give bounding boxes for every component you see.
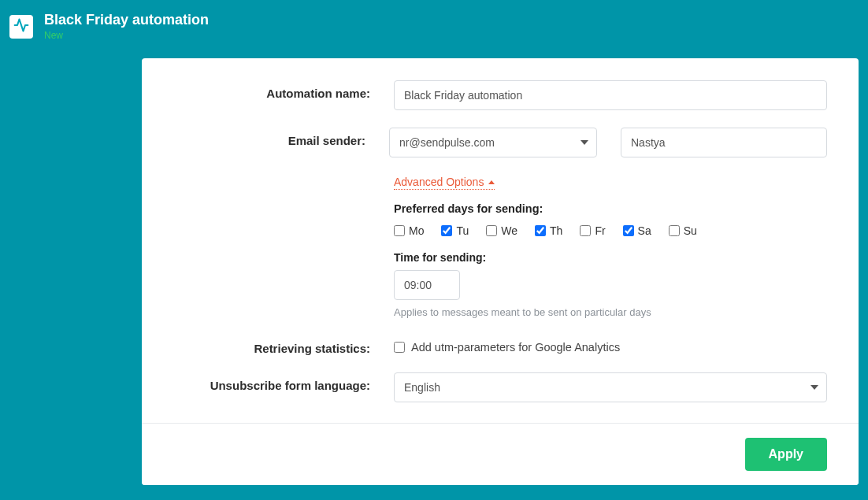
day-sa[interactable]: Sa — [623, 224, 651, 237]
automation-name-input[interactable] — [394, 80, 827, 110]
utm-checkbox-label: Add utm-parameters for Google Analytics — [411, 341, 620, 354]
time-sending-label: Time for sending: — [394, 251, 827, 264]
day-th[interactable]: Th — [535, 224, 562, 237]
day-we-checkbox[interactable] — [486, 225, 497, 236]
caret-up-icon — [488, 180, 495, 184]
apply-button[interactable]: Apply — [745, 438, 827, 471]
panel-footer: Apply — [142, 423, 859, 485]
email-sender-label: Email sender: — [173, 128, 389, 147]
day-fr-checkbox[interactable] — [580, 225, 591, 236]
day-fr[interactable]: Fr — [580, 224, 605, 237]
day-su[interactable]: Su — [669, 224, 697, 237]
unsubscribe-language-select[interactable]: English — [394, 372, 827, 402]
day-tu[interactable]: Tu — [441, 224, 469, 237]
time-sending-hint: Applies to messages meant to be sent on … — [394, 306, 827, 318]
activity-icon — [13, 17, 29, 36]
preferred-days-label: Preferred days for sending: — [394, 202, 827, 215]
page-header: Black Friday automation New — [0, 0, 868, 41]
utm-checkbox-row[interactable]: Add utm-parameters for Google Analytics — [394, 335, 827, 354]
day-su-checkbox[interactable] — [669, 225, 680, 236]
day-mo-checkbox[interactable] — [394, 225, 405, 236]
utm-checkbox[interactable] — [394, 342, 405, 353]
settings-panel: Automation name: Email sender: nr@sendpu… — [142, 58, 859, 485]
page-title: Black Friday automation — [44, 12, 209, 28]
day-mo[interactable]: Mo — [394, 224, 424, 237]
advanced-options-toggle[interactable]: Advanced Options — [394, 176, 495, 190]
sender-name-input[interactable] — [621, 128, 827, 157]
day-tu-checkbox[interactable] — [441, 225, 452, 236]
day-we[interactable]: We — [486, 224, 517, 237]
automation-logo — [9, 15, 33, 39]
advanced-options-label: Advanced Options — [394, 176, 484, 188]
automation-name-label: Automation name: — [173, 80, 394, 100]
time-sending-input[interactable] — [394, 270, 460, 300]
days-row: Mo Tu We Th Fr Sa Su — [394, 224, 827, 237]
email-sender-select[interactable]: nr@sendpulse.com — [389, 128, 597, 157]
day-th-checkbox[interactable] — [535, 225, 546, 236]
status-badge: New — [44, 30, 209, 41]
unsubscribe-label: Unsubscribe form language: — [173, 372, 394, 392]
day-sa-checkbox[interactable] — [623, 225, 634, 236]
stats-label: Retrieving statistics: — [173, 335, 394, 355]
